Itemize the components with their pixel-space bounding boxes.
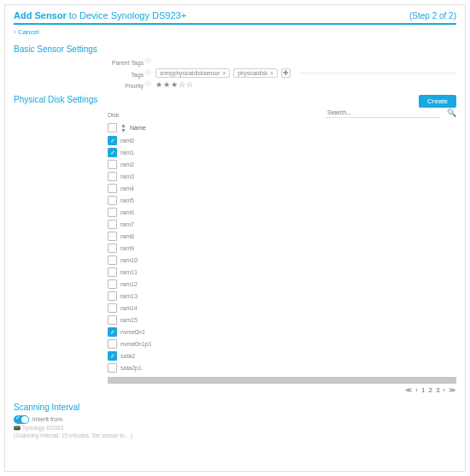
table-row: ram9: [108, 243, 456, 255]
table-row: ✓sata2: [108, 350, 456, 362]
table-row: ram15: [108, 314, 456, 326]
tags-label: Tags ⓘ: [14, 69, 156, 78]
table-row: ram11: [108, 267, 456, 279]
row-label: ram3: [120, 173, 134, 179]
row-label: ram13: [120, 293, 138, 299]
inherit-toggle[interactable]: [14, 415, 29, 424]
table-row: ram12: [108, 279, 456, 291]
row-label: ram4: [120, 185, 134, 191]
tag-1[interactable]: snmpphysicaldisksensor×: [156, 68, 230, 78]
search-input[interactable]: [326, 108, 440, 118]
table-row: ram13: [108, 291, 456, 303]
cancel-link[interactable]: Cancel: [14, 28, 456, 36]
row-checkbox[interactable]: [108, 208, 117, 217]
tag-2[interactable]: physicaldisk×: [233, 68, 278, 78]
table-row: ram5: [108, 195, 456, 207]
row-label: ram1: [120, 150, 134, 156]
row-checkbox[interactable]: [108, 244, 117, 253]
select-all-checkbox[interactable]: [108, 123, 117, 132]
section-scanning: Scanning Interval: [14, 403, 456, 412]
row-label: sata2p1: [120, 365, 142, 371]
row-checkbox[interactable]: ✓: [108, 327, 117, 337]
row-checkbox[interactable]: [108, 339, 117, 349]
page-title: Add Sensor to Device Synology DS923+: [14, 10, 186, 21]
row-checkbox[interactable]: [108, 303, 117, 313]
row-checkbox[interactable]: ✓: [108, 351, 117, 361]
table-row: ram10: [108, 255, 456, 267]
name-column[interactable]: Name: [130, 125, 146, 131]
inherit-device: 📟 Synology DS923: [14, 425, 456, 432]
table-row: ram6: [108, 207, 456, 219]
row-label: ram14: [120, 305, 138, 311]
inherit-label: inherit from: [32, 416, 62, 422]
row-label: ram8: [120, 233, 134, 239]
row-checkbox[interactable]: [108, 220, 117, 229]
page-prev-icon[interactable]: ‹: [414, 386, 419, 394]
row-label: sata2: [120, 353, 135, 359]
table-row: ram2: [108, 159, 456, 171]
row-checkbox[interactable]: [108, 279, 117, 289]
row-checkbox[interactable]: ✓: [108, 136, 117, 145]
row-label: ram11: [120, 269, 138, 275]
pager: ≪ ‹ 1 2 3 › ≫: [108, 386, 456, 394]
add-tag-button[interactable]: ✚: [281, 68, 291, 78]
section-disk: Physical Disk Settings: [14, 95, 456, 104]
row-label: ram9: [120, 245, 134, 251]
table-row: ram3: [108, 171, 456, 183]
remove-tag-icon[interactable]: ×: [270, 70, 273, 76]
row-checkbox[interactable]: [108, 184, 117, 193]
remove-tag-icon[interactable]: ×: [222, 70, 226, 76]
parent-tags-label: Parent Tags ⓘ: [14, 57, 156, 66]
page-2[interactable]: 2: [427, 386, 432, 394]
sort-icon[interactable]: ▲▼: [120, 123, 126, 133]
inherit-note: (Scanning Interval: 15 minutes, Set sens…: [14, 432, 456, 439]
row-label: ram2: [120, 162, 134, 167]
row-label: ram15: [120, 317, 138, 323]
page-next-icon[interactable]: ›: [442, 386, 446, 394]
row-checkbox[interactable]: [108, 196, 117, 205]
row-checkbox[interactable]: [108, 291, 117, 301]
table-row: ram14: [108, 303, 456, 314]
disk-field-label: Disk: [108, 112, 210, 118]
table-row: sata2p1: [108, 362, 456, 374]
row-label: ram6: [120, 209, 134, 215]
page-last-icon[interactable]: ≫: [448, 386, 456, 394]
row-label: ram7: [120, 221, 134, 227]
page-3[interactable]: 3: [435, 386, 440, 394]
row-label: nvme0n1p1: [120, 341, 152, 347]
table-row: ✓ram0: [108, 135, 456, 147]
section-basic: Basic Sensor Settings: [14, 44, 456, 54]
row-label: ram10: [120, 257, 138, 263]
table-row: ✓ram1: [108, 147, 456, 159]
priority-stars[interactable]: ★★★☆☆: [156, 80, 456, 89]
row-checkbox[interactable]: [108, 232, 117, 241]
row-label: ram0: [120, 138, 134, 144]
table-row: ram7: [108, 219, 456, 231]
table-row: ram4: [108, 183, 456, 195]
row-checkbox[interactable]: [108, 256, 117, 265]
row-checkbox[interactable]: ✓: [108, 148, 117, 157]
row-label: nvme0n1: [120, 329, 145, 335]
row-checkbox[interactable]: [108, 363, 117, 373]
search-icon[interactable]: 🔍: [447, 109, 456, 117]
page-first-icon[interactable]: ≪: [404, 386, 413, 394]
horizontal-scrollbar[interactable]: [108, 377, 456, 384]
row-checkbox[interactable]: [108, 172, 117, 181]
step-indicator: (Step 2 of 2): [409, 11, 456, 21]
table-row: ram8: [108, 231, 456, 243]
row-label: ram5: [120, 197, 134, 203]
table-row: ✓nvme0n1: [108, 326, 456, 338]
row-checkbox[interactable]: [108, 315, 117, 325]
row-checkbox[interactable]: [108, 267, 117, 277]
page-1[interactable]: 1: [420, 386, 426, 394]
table-row: nvme0n1p1: [108, 338, 456, 350]
create-button[interactable]: Create: [419, 95, 456, 108]
priority-label: Priority ⓘ: [14, 80, 156, 89]
row-checkbox[interactable]: [108, 160, 117, 169]
row-label: ram12: [120, 281, 138, 287]
